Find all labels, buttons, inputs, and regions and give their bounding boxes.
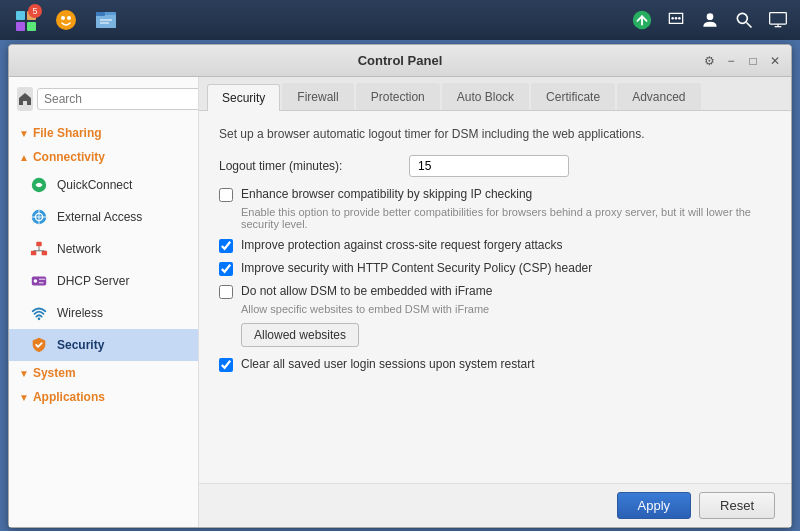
chat-icon[interactable]	[662, 6, 690, 34]
svg-rect-9	[96, 12, 105, 16]
enhance-compat-row: Enhance browser compatibility by skippin…	[219, 187, 771, 202]
csp-label: Improve security with HTTP Content Secur…	[241, 261, 592, 275]
applications-label: Applications	[33, 390, 105, 404]
tabs-bar: Security Firewall Protection Auto Block …	[199, 77, 791, 111]
external-access-icon	[29, 207, 49, 227]
sidebar: ▼ File Sharing ▲ Connectivity QuickConne…	[9, 77, 199, 527]
connectivity-section-header[interactable]: ▲ Connectivity	[9, 145, 198, 169]
main-content: ▼ File Sharing ▲ Connectivity QuickConne…	[9, 77, 791, 527]
maximize-icon[interactable]: □	[745, 53, 761, 69]
notification-badge: 5	[28, 4, 42, 18]
clear-sessions-checkbox[interactable]	[219, 358, 233, 372]
wireless-icon	[29, 303, 49, 323]
content-panel: Security Firewall Protection Auto Block …	[199, 77, 791, 527]
window-title: Control Panel	[358, 53, 443, 68]
svg-rect-3	[27, 22, 36, 31]
external-access-label: External Access	[57, 210, 142, 224]
security-label: Security	[57, 338, 104, 352]
iframe-row: Do not allow DSM to be embedded with iFr…	[219, 284, 771, 299]
enhance-compat-label: Enhance browser compatibility by skippin…	[241, 187, 532, 201]
csrf-label: Improve protection against cross-site re…	[241, 238, 562, 252]
connectivity-label: Connectivity	[33, 150, 105, 164]
certificate-tab[interactable]: Certificate	[531, 83, 615, 110]
close-icon[interactable]: ✕	[767, 53, 783, 69]
clear-sessions-row: Clear all saved user login sessions upon…	[219, 357, 771, 372]
system-section-header[interactable]: ▼ System	[9, 361, 198, 385]
external-access-item[interactable]: External Access	[9, 201, 198, 233]
panel-body: Set up a browser automatic logout timer …	[199, 111, 791, 483]
control-panel-window: Control Panel ⚙ − □ ✕ ▼ File Sharing	[8, 44, 792, 528]
dhcp-label: DHCP Server	[57, 274, 129, 288]
svg-point-5	[61, 16, 65, 20]
svg-point-14	[671, 17, 674, 19]
user-icon[interactable]	[696, 6, 724, 34]
iframe-checkbox[interactable]	[219, 285, 233, 299]
svg-point-17	[707, 13, 714, 20]
security-item[interactable]: Security	[9, 329, 198, 361]
minimize-icon[interactable]: −	[723, 53, 739, 69]
chevron-up-icon: ▲	[19, 152, 29, 163]
svg-point-38	[38, 318, 41, 321]
file-sharing-section-header[interactable]: ▼ File Sharing	[9, 121, 198, 145]
svg-rect-30	[42, 251, 47, 256]
quickconnect-item[interactable]: QuickConnect	[9, 169, 198, 201]
panel-description: Set up a browser automatic logout timer …	[219, 127, 771, 141]
file-sharing-label: File Sharing	[33, 126, 102, 140]
system-label: System	[33, 366, 76, 380]
file-manager-icon[interactable]	[88, 2, 124, 38]
clear-sessions-label: Clear all saved user login sessions upon…	[241, 357, 534, 371]
svg-rect-29	[31, 251, 36, 256]
main-menu-icon[interactable]: 5	[8, 2, 44, 38]
advanced-tab[interactable]: Advanced	[617, 83, 700, 110]
network-item[interactable]: Network	[9, 233, 198, 265]
allowed-websites-button[interactable]: Allowed websites	[241, 323, 359, 347]
chevron-right-apps-icon: ▼	[19, 392, 29, 403]
taskbar-right	[628, 6, 792, 34]
enhance-compat-checkbox[interactable]	[219, 188, 233, 202]
iframe-label: Do not allow DSM to be embedded with iFr…	[241, 284, 492, 298]
logout-timer-label: Logout timer (minutes):	[219, 159, 399, 173]
security-tab[interactable]: Security	[207, 84, 280, 111]
svg-rect-2	[16, 22, 25, 31]
svg-line-19	[747, 23, 752, 28]
svg-rect-8	[96, 15, 116, 28]
search-input[interactable]	[37, 88, 199, 110]
logout-timer-input[interactable]	[409, 155, 569, 177]
reset-button[interactable]: Reset	[699, 492, 775, 519]
apply-button[interactable]: Apply	[617, 492, 692, 519]
csrf-checkbox[interactable]	[219, 239, 233, 253]
csp-checkbox[interactable]	[219, 262, 233, 276]
svg-point-15	[675, 17, 678, 19]
applications-section-header[interactable]: ▼ Applications	[9, 385, 198, 409]
desktop-icon[interactable]	[764, 6, 792, 34]
protection-tab[interactable]: Protection	[356, 83, 440, 110]
auto-block-tab[interactable]: Auto Block	[442, 83, 529, 110]
taskbar: 5	[0, 0, 800, 40]
wireless-item[interactable]: Wireless	[9, 297, 198, 329]
dhcp-server-item[interactable]: DHCP Server	[9, 265, 198, 297]
svg-rect-28	[36, 242, 41, 247]
quickconnect-label: QuickConnect	[57, 178, 132, 192]
taskbar-left: 5	[8, 2, 124, 38]
sidebar-home-icon[interactable]	[17, 87, 33, 111]
fun-app-icon[interactable]	[48, 2, 84, 38]
titlebar: Control Panel ⚙ − □ ✕	[9, 45, 791, 77]
csp-row: Improve security with HTTP Content Secur…	[219, 261, 771, 276]
cloud-sync-icon[interactable]	[628, 6, 656, 34]
svg-point-18	[737, 13, 747, 23]
dhcp-icon	[29, 271, 49, 291]
network-icon	[29, 239, 49, 259]
chevron-right-system-icon: ▼	[19, 368, 29, 379]
search-icon[interactable]	[730, 6, 758, 34]
svg-point-4	[56, 10, 76, 30]
security-icon	[29, 335, 49, 355]
csrf-row: Improve protection against cross-site re…	[219, 238, 771, 253]
settings-icon[interactable]: ⚙	[701, 53, 717, 69]
panel-footer: Apply Reset	[199, 483, 791, 527]
iframe-hint: Allow specific websites to embed DSM wit…	[241, 303, 771, 315]
firewall-tab[interactable]: Firewall	[282, 83, 353, 110]
titlebar-controls: ⚙ − □ ✕	[701, 53, 783, 69]
sidebar-search-row	[9, 83, 198, 115]
quickconnect-icon	[29, 175, 49, 195]
svg-point-6	[67, 16, 71, 20]
